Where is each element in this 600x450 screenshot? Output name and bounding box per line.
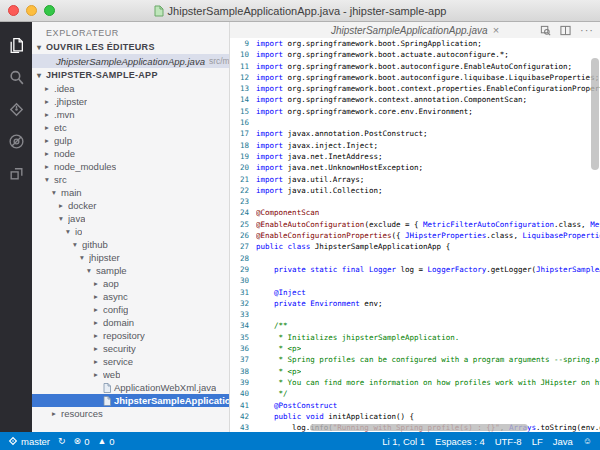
minimize-window-button[interactable]	[26, 5, 37, 16]
tree-folder-item[interactable]: ▸service	[32, 355, 229, 368]
editor-tab[interactable]: JhipsterSampleApplicationApp.java ×	[331, 25, 499, 36]
code-line[interactable]: 9import org.springframework.boot.SpringA…	[230, 38, 600, 49]
tree-folder-item[interactable]: ▾jhipster	[32, 251, 229, 264]
code-line[interactable]: 27public class JhipsterSampleApplication…	[230, 241, 600, 252]
tree-folder-item[interactable]: ▸.jhipster	[32, 95, 229, 108]
tree-folder-item[interactable]: ▸aop	[32, 277, 229, 290]
code-line[interactable]: 24@ComponentScan	[230, 207, 600, 218]
code-line[interactable]: 32 private Environment env;	[230, 298, 600, 309]
tree-folder-item[interactable]: ▾github	[32, 238, 229, 251]
line-number: 27	[230, 241, 256, 252]
sync-button[interactable]: ↻	[58, 437, 66, 446]
code-text: * Initializes jhipsterSampleApplication.	[256, 332, 459, 343]
code-line[interactable]: 25@EnableAutoConfiguration(exclude = { M…	[230, 219, 600, 230]
code-line[interactable]: 42 public void initApplication() {	[230, 411, 600, 422]
close-window-button[interactable]	[8, 5, 19, 16]
open-editor-item[interactable]: JhipsterSampleApplicationApp.java src/m.…	[32, 54, 229, 68]
code-line[interactable]: 13import org.springframework.boot.contex…	[230, 83, 600, 94]
code-line[interactable]: 11import org.springframework.boot.autoco…	[230, 61, 600, 72]
code-line[interactable]: 17import javax.annotation.PostConstruct;	[230, 128, 600, 139]
code-line[interactable]: 31 @Inject	[230, 287, 600, 298]
extensions-icon[interactable]	[0, 157, 32, 189]
tree-folder-item[interactable]: ▾sample	[32, 264, 229, 277]
cursor-position[interactable]: Li 1, Col 1	[382, 436, 425, 447]
code-line[interactable]: 28	[230, 253, 600, 264]
code-editor[interactable]: 9import org.springframework.boot.SpringA…	[230, 38, 600, 432]
code-line[interactable]: 29 private static final Logger log = Log…	[230, 264, 600, 275]
eol-setting[interactable]: LF	[532, 436, 543, 447]
code-line[interactable]: 33	[230, 309, 600, 320]
tree-folder-item[interactable]: ▸resources	[32, 407, 229, 420]
encoding-setting[interactable]: UTF-8	[495, 436, 522, 447]
warning-counter[interactable]: ▲ 0	[97, 436, 114, 447]
tree-folder-item[interactable]: ▸etc	[32, 121, 229, 134]
code-line[interactable]: 12import org.springframework.boot.autoco…	[230, 72, 600, 83]
tree-item-label: node	[54, 148, 75, 159]
tree-folder-item[interactable]: ▸docker	[32, 199, 229, 212]
code-line[interactable]: 34 /**	[230, 320, 600, 331]
tree-folder-item[interactable]: ▸node	[32, 147, 229, 160]
tree-folder-item[interactable]: ▸repository	[32, 329, 229, 342]
code-line[interactable]: 39 * You can find more information on ho…	[230, 377, 600, 388]
code-text: import org.springframework.boot.context.…	[256, 83, 600, 94]
tree-folder-item[interactable]: ▸config	[32, 303, 229, 316]
line-number: 25	[230, 219, 256, 230]
code-line[interactable]: 18import javax.inject.Inject;	[230, 140, 600, 151]
git-branch-indicator[interactable]: master	[8, 436, 50, 447]
tree-folder-item[interactable]: ▸gulp	[32, 134, 229, 147]
code-line[interactable]: 40 */	[230, 388, 600, 399]
tree-folder-item[interactable]: ▾main	[32, 186, 229, 199]
tree-file-item[interactable]: ApplicationWebXml.java	[32, 381, 229, 394]
tree-file-item[interactable]: JhipsterSampleApplicationApp.java	[32, 394, 229, 407]
tree-folder-item[interactable]: ▾src	[32, 173, 229, 186]
tree-folder-item[interactable]: ▸async	[32, 290, 229, 303]
error-counter[interactable]: ⊗ 0	[74, 436, 90, 447]
code-line[interactable]: 30	[230, 275, 600, 286]
code-line[interactable]: 41 @PostConstruct	[230, 400, 600, 411]
tree-folder-item[interactable]: ▾io	[32, 225, 229, 238]
tree-folder-item[interactable]: ▾java	[32, 212, 229, 225]
code-line[interactable]: 19import java.net.InetAddress;	[230, 151, 600, 162]
indentation-setting[interactable]: Espaces : 4	[435, 436, 485, 447]
code-line[interactable]: 15import org.springframework.core.env.En…	[230, 106, 600, 117]
code-line[interactable]: 35 * Initializes jhipsterSampleApplicati…	[230, 332, 600, 343]
code-line[interactable]: 20import java.net.UnknownHostException;	[230, 162, 600, 173]
code-text: @EnableAutoConfiguration(exclude = { Met…	[256, 219, 600, 230]
search-icon[interactable]	[0, 61, 32, 93]
source-control-icon[interactable]	[0, 93, 32, 125]
tree-folder-item[interactable]: ▸security	[32, 342, 229, 355]
code-line[interactable]: 26@EnableConfigurationProperties({ JHips…	[230, 230, 600, 241]
split-editor-icon[interactable]	[560, 25, 571, 36]
close-icon[interactable]: ×	[493, 25, 499, 35]
code-line[interactable]: 21import java.util.Arrays;	[230, 174, 600, 185]
error-icon: ⊗	[74, 437, 82, 446]
code-line[interactable]: 36 * <p>	[230, 343, 600, 354]
line-number: 33	[230, 309, 256, 320]
code-line[interactable]: 16	[230, 117, 600, 128]
tree-folder-item[interactable]: ▸node_modules	[32, 160, 229, 173]
code-line[interactable]: 23	[230, 196, 600, 207]
debug-icon[interactable]	[0, 125, 32, 157]
horizontal-scrollbar[interactable]	[310, 424, 528, 431]
code-line[interactable]: 37 * Spring profiles can be configured w…	[230, 354, 600, 365]
project-section-header[interactable]: ▾ JHIPSTER-SAMPLE-APP	[32, 68, 229, 82]
zoom-window-button[interactable]	[44, 5, 55, 16]
open-editors-header[interactable]: ▾ OUVRIR LES ÉDITEURS	[32, 40, 229, 54]
explorer-icon[interactable]	[0, 29, 32, 61]
code-line[interactable]: 22import java.util.Collection;	[230, 185, 600, 196]
tree-folder-item[interactable]: ▸domain	[32, 316, 229, 329]
code-line[interactable]: 14import org.springframework.context.ann…	[230, 94, 600, 105]
code-line[interactable]: 38 * <p>	[230, 366, 600, 377]
tree-folder-item[interactable]: ▸.idea	[32, 82, 229, 95]
vertical-scrollbar[interactable]	[591, 58, 599, 170]
tree-folder-item[interactable]: ▸web	[32, 368, 229, 381]
code-line[interactable]: 10import org.springframework.boot.actuat…	[230, 49, 600, 60]
tree-folder-item[interactable]: ▸.mvn	[32, 108, 229, 121]
titlebar[interactable]: JhipsterSampleApplicationApp.java - jhip…	[0, 0, 600, 22]
more-actions-icon[interactable]: ···	[580, 26, 594, 34]
code-text: import java.net.InetAddress;	[256, 151, 382, 162]
open-preview-icon[interactable]	[540, 25, 551, 36]
chevron-right-icon: ▸	[94, 331, 103, 340]
language-mode[interactable]: Java	[553, 436, 573, 447]
feedback-smiley-icon[interactable]: ☺	[583, 437, 592, 446]
